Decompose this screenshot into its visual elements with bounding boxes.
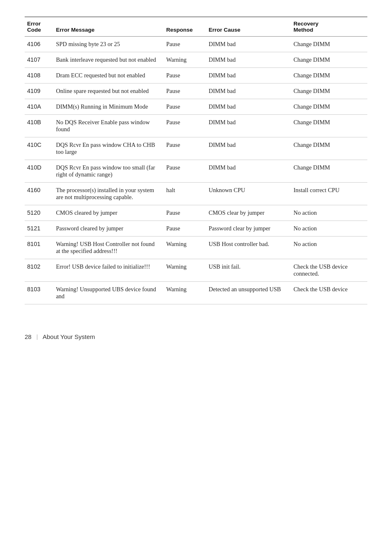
cell-error-code: 4108 bbox=[25, 68, 53, 84]
cell-error-message: DQS Rcvr En pass window CHA to CHB too l… bbox=[53, 137, 164, 160]
cell-error-cause: DIMM bad bbox=[206, 115, 291, 137]
table-row: 4109Online spare requested but not enabl… bbox=[25, 84, 367, 99]
cell-response: Warning bbox=[164, 237, 206, 259]
cell-recovery-method: Change DIMM bbox=[291, 37, 367, 52]
cell-response: Pause bbox=[164, 160, 206, 183]
cell-error-message: DIMM(s) Running in Minimum Mode bbox=[53, 99, 164, 115]
cell-response: Warning bbox=[164, 52, 206, 68]
cell-error-cause: DIMM bad bbox=[206, 160, 291, 183]
cell-error-cause: DIMM bad bbox=[206, 137, 291, 160]
cell-error-code: 410D bbox=[25, 160, 53, 183]
table-row: 8101Warning! USB Host Controller not fou… bbox=[25, 237, 367, 259]
cell-error-cause: Unknown CPU bbox=[206, 183, 291, 205]
cell-error-message: Warning! Unsupported UBS device found an… bbox=[53, 282, 164, 304]
cell-error-code: 410B bbox=[25, 115, 53, 137]
table-row: 5120CMOS cleared by jumperPauseCMOS clea… bbox=[25, 205, 367, 221]
cell-error-message: No DQS Receiver Enable pass window found bbox=[53, 115, 164, 137]
cell-response: halt bbox=[164, 183, 206, 205]
cell-error-code: 410C bbox=[25, 137, 53, 160]
cell-error-cause: Detected an unsupported USB bbox=[206, 282, 291, 304]
cell-error-cause: DIMM bad bbox=[206, 99, 291, 115]
footer-section-title: About Your System bbox=[43, 333, 95, 340]
cell-error-code: 4109 bbox=[25, 84, 53, 99]
table-row: 4106SPD missing byte 23 or 25PauseDIMM b… bbox=[25, 37, 367, 52]
cell-error-message: CMOS cleared by jumper bbox=[53, 205, 164, 221]
table-row: 410CDQS Rcvr En pass window CHA to CHB t… bbox=[25, 137, 367, 160]
table-row: 410BNo DQS Receiver Enable pass window f… bbox=[25, 115, 367, 137]
cell-error-cause: DIMM bad bbox=[206, 37, 291, 52]
cell-recovery-method: Change DIMM bbox=[291, 115, 367, 137]
cell-error-code: 4160 bbox=[25, 183, 53, 205]
cell-response: Pause bbox=[164, 68, 206, 84]
cell-error-message: Error! USB device failed to initialize!!… bbox=[53, 259, 164, 282]
cell-recovery-method: Change DIMM bbox=[291, 84, 367, 99]
cell-error-cause: CMOS clear by jumper bbox=[206, 205, 291, 221]
cell-recovery-method: Check the USB device bbox=[291, 282, 367, 304]
table-row: 8103Warning! Unsupported UBS device foun… bbox=[25, 282, 367, 304]
page-footer: 28 | About Your System bbox=[25, 329, 367, 340]
cell-recovery-method: Change DIMM bbox=[291, 68, 367, 84]
cell-error-message: The processor(s) installed in your syste… bbox=[53, 183, 164, 205]
cell-error-cause: DIMM bad bbox=[206, 84, 291, 99]
cell-recovery-method: No action bbox=[291, 221, 367, 237]
page-number: 28 bbox=[25, 333, 32, 340]
cell-response: Pause bbox=[164, 115, 206, 137]
cell-error-code: 5121 bbox=[25, 221, 53, 237]
cell-recovery-method: No action bbox=[291, 205, 367, 221]
cell-error-cause: USB Host controller bad. bbox=[206, 237, 291, 259]
table-row: 4160The processor(s) installed in your s… bbox=[25, 183, 367, 205]
cell-error-message: Online spare requested but not enabled bbox=[53, 84, 164, 99]
cell-response: Pause bbox=[164, 99, 206, 115]
cell-error-code: 8102 bbox=[25, 259, 53, 282]
cell-error-cause: USB init fail. bbox=[206, 259, 291, 282]
cell-error-code: 4107 bbox=[25, 52, 53, 68]
cell-error-message: DQS Rcvr En pass window too small (far r… bbox=[53, 160, 164, 183]
cell-response: Pause bbox=[164, 137, 206, 160]
table-row: 5121Password cleared by jumperPausePassw… bbox=[25, 221, 367, 237]
cell-response: Warning bbox=[164, 282, 206, 304]
cell-error-message: SPD missing byte 23 or 25 bbox=[53, 37, 164, 52]
cell-error-code: 4106 bbox=[25, 37, 53, 52]
cell-error-message: Bank interleave requested but not enable… bbox=[53, 52, 164, 68]
table-row: 4107Bank interleave requested but not en… bbox=[25, 52, 367, 68]
cell-recovery-method: Install correct CPU bbox=[291, 183, 367, 205]
cell-recovery-method: Change DIMM bbox=[291, 99, 367, 115]
cell-error-code: 8103 bbox=[25, 282, 53, 304]
cell-error-code: 410A bbox=[25, 99, 53, 115]
cell-response: Warning bbox=[164, 259, 206, 282]
header-error-message: Error Message bbox=[53, 17, 164, 37]
cell-response: Pause bbox=[164, 37, 206, 52]
error-code-table: Error Code Error Message Response Error … bbox=[25, 16, 367, 304]
cell-error-message: Warning! USB Host Controller not found a… bbox=[53, 237, 164, 259]
header-response: Response bbox=[164, 17, 206, 37]
table-row: 410DDQS Rcvr En pass window too small (f… bbox=[25, 160, 367, 183]
footer-divider: | bbox=[37, 333, 38, 340]
cell-recovery-method: Change DIMM bbox=[291, 137, 367, 160]
cell-error-message: Dram ECC requested but not enabled bbox=[53, 68, 164, 84]
cell-response: Pause bbox=[164, 221, 206, 237]
cell-error-code: 8101 bbox=[25, 237, 53, 259]
cell-error-code: 5120 bbox=[25, 205, 53, 221]
table-row: 410ADIMM(s) Running in Minimum ModePause… bbox=[25, 99, 367, 115]
cell-response: Pause bbox=[164, 84, 206, 99]
cell-recovery-method: Change DIMM bbox=[291, 52, 367, 68]
cell-response: Pause bbox=[164, 205, 206, 221]
cell-error-cause: Password clear by jumper bbox=[206, 221, 291, 237]
table-header-row: Error Code Error Message Response Error … bbox=[25, 17, 367, 37]
cell-recovery-method: Check the USB device connected. bbox=[291, 259, 367, 282]
cell-error-cause: DIMM bad bbox=[206, 52, 291, 68]
header-error-cause: Error Cause bbox=[206, 17, 291, 37]
cell-recovery-method: Change DIMM bbox=[291, 160, 367, 183]
table-row: 4108Dram ECC requested but not enabledPa… bbox=[25, 68, 367, 84]
header-recovery-method: RecoveryMethod bbox=[291, 17, 367, 37]
cell-recovery-method: No action bbox=[291, 237, 367, 259]
cell-error-cause: DIMM bad bbox=[206, 68, 291, 84]
header-error-code: Error Code bbox=[25, 17, 53, 37]
table-row: 8102Error! USB device failed to initiali… bbox=[25, 259, 367, 282]
cell-error-message: Password cleared by jumper bbox=[53, 221, 164, 237]
